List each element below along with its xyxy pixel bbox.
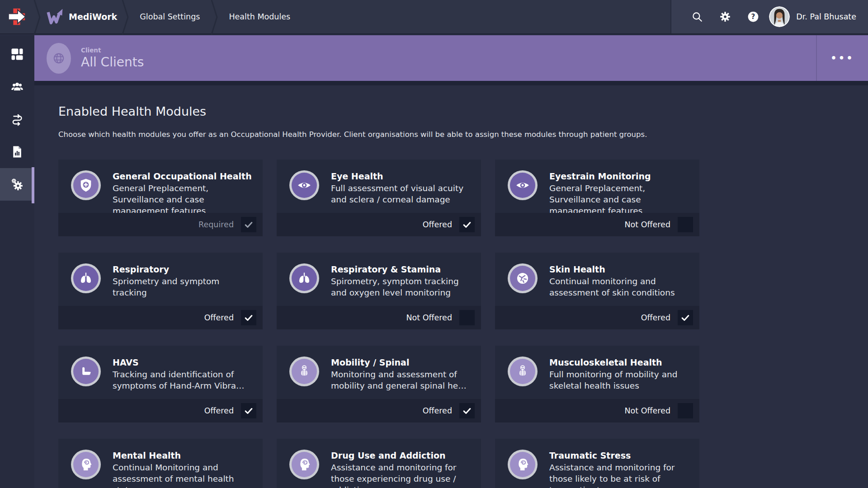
skin-icon bbox=[510, 266, 535, 291]
report-icon bbox=[10, 145, 24, 159]
globe-icon bbox=[52, 52, 66, 65]
module-text: Drug Use and Addiction Assistance and mo… bbox=[331, 450, 472, 488]
module-text: Mental Health Continual Monitoring and a… bbox=[113, 450, 254, 488]
module-icon-ring bbox=[289, 263, 319, 293]
module-checkbox[interactable] bbox=[678, 310, 693, 325]
app-logo[interactable] bbox=[0, 0, 33, 33]
module-card-body: Mental Health Continual Monitoring and a… bbox=[58, 439, 263, 488]
module-status-label: Offered bbox=[641, 313, 670, 322]
module-status-label: Required bbox=[198, 220, 234, 229]
module-description: Continual Monitoring and assessment of m… bbox=[113, 462, 254, 488]
module-card-body: Mobility / Spinal Monitoring and assessm… bbox=[277, 346, 481, 399]
module-text: Eye Health Full assessment of visual acu… bbox=[331, 170, 472, 213]
module-title: Eyestrain Monitoring bbox=[549, 171, 690, 181]
module-card[interactable]: Eye Health Full assessment of visual acu… bbox=[277, 160, 481, 236]
module-title: Respiratory & Stamina bbox=[331, 264, 472, 274]
settings-cogs-icon bbox=[10, 178, 24, 191]
module-footer: Offered bbox=[58, 306, 263, 329]
module-card[interactable]: Respiratory Spriometry and symptom track… bbox=[58, 253, 263, 329]
module-title: Eye Health bbox=[331, 171, 472, 181]
module-icon-ring bbox=[289, 357, 319, 386]
head-brain-icon bbox=[73, 452, 99, 477]
breadcrumb-separator bbox=[211, 0, 218, 33]
sidebar-item-settings[interactable] bbox=[0, 168, 34, 201]
module-card-body: Drug Use and Addiction Assistance and mo… bbox=[277, 439, 481, 488]
module-title: Respiratory bbox=[113, 264, 254, 274]
breadcrumb-separator bbox=[122, 0, 129, 33]
user-avatar[interactable] bbox=[769, 6, 790, 27]
skeleton-icon bbox=[292, 359, 317, 384]
module-title: Traumatic Stress bbox=[549, 450, 690, 460]
module-text: HAVS Tracking and identification of symp… bbox=[113, 357, 254, 399]
module-card[interactable]: Mental Health Continual Monitoring and a… bbox=[58, 439, 263, 488]
module-description: Spirometry, symptom tracking and oxygen … bbox=[331, 276, 472, 298]
search-button[interactable] bbox=[683, 0, 711, 33]
module-card-body: Eye Health Full assessment of visual acu… bbox=[277, 160, 481, 213]
module-card[interactable]: Skin Health Continual monitoring and ass… bbox=[495, 253, 699, 329]
banner-more-button[interactable]: ••• bbox=[816, 35, 868, 81]
module-checkbox[interactable] bbox=[678, 217, 693, 232]
module-checkbox[interactable] bbox=[241, 310, 256, 325]
module-status-label: Offered bbox=[204, 406, 234, 415]
module-card[interactable]: Drug Use and Addiction Assistance and mo… bbox=[277, 439, 481, 488]
sidebar bbox=[0, 35, 34, 488]
module-card[interactable]: Mobility / Spinal Monitoring and assessm… bbox=[277, 346, 481, 422]
module-checkbox[interactable] bbox=[459, 310, 475, 325]
module-description: General Preplacement, Surveillance and c… bbox=[113, 183, 254, 216]
client-label: Client bbox=[81, 47, 144, 54]
module-status-label: Offered bbox=[423, 220, 452, 229]
module-description: Full monitoring of mobility and skeletal… bbox=[549, 369, 690, 391]
lungs-icon bbox=[292, 266, 317, 291]
module-icon-ring bbox=[508, 450, 538, 479]
skeleton-icon bbox=[510, 359, 535, 384]
settings-button[interactable] bbox=[711, 0, 739, 33]
module-icon-ring bbox=[289, 450, 319, 479]
module-text: Mobility / Spinal Monitoring and assessm… bbox=[331, 357, 472, 399]
brand[interactable]: MediWork bbox=[41, 0, 122, 33]
module-status-label: Not Offered bbox=[406, 313, 452, 322]
module-checkbox[interactable] bbox=[678, 403, 693, 418]
help-button[interactable]: ? bbox=[739, 0, 767, 33]
module-card[interactable]: Respiratory & Stamina Spirometry, sympto… bbox=[277, 253, 481, 329]
avatar-photo-icon bbox=[769, 6, 790, 27]
sidebar-item-workflow[interactable] bbox=[0, 103, 34, 136]
module-icon-ring bbox=[71, 450, 101, 479]
client-name: All Clients bbox=[81, 55, 144, 70]
sidebar-item-patients[interactable] bbox=[0, 70, 34, 103]
module-checkbox[interactable] bbox=[241, 217, 256, 232]
module-card[interactable]: HAVS Tracking and identification of symp… bbox=[58, 346, 263, 422]
banner-shadow bbox=[34, 81, 868, 85]
sidebar-item-reports[interactable] bbox=[0, 136, 34, 168]
module-card-body: Traumatic Stress Assistance and monitori… bbox=[495, 439, 699, 488]
module-footer: Offered bbox=[277, 399, 481, 422]
module-card-body: HAVS Tracking and identification of symp… bbox=[58, 346, 263, 399]
module-text: Traumatic Stress Assistance and monitori… bbox=[549, 450, 690, 488]
module-card[interactable]: Traumatic Stress Assistance and monitori… bbox=[495, 439, 699, 488]
sidebar-item-dashboard[interactable] bbox=[0, 38, 34, 70]
module-card-body: General Occupational Health General Prep… bbox=[58, 160, 263, 213]
module-checkbox[interactable] bbox=[459, 217, 475, 232]
module-checkbox[interactable] bbox=[459, 403, 475, 418]
module-description: Spriometry and symptom tracking bbox=[113, 276, 254, 298]
module-status-label: Offered bbox=[423, 406, 452, 415]
module-card-body: Respiratory Spriometry and symptom track… bbox=[58, 253, 263, 306]
main-content: Enabled Health Modules Choose which heal… bbox=[34, 85, 868, 488]
module-card[interactable]: Eyestrain Monitoring General Preplacemen… bbox=[495, 160, 699, 236]
module-status-label: Not Offered bbox=[624, 406, 670, 415]
cross-arrow-logo-icon bbox=[6, 6, 27, 27]
breadcrumb-health-modules[interactable]: Health Modules bbox=[218, 0, 301, 33]
module-description: General Preplacement, Surveillance and c… bbox=[549, 183, 690, 216]
search-icon bbox=[691, 11, 703, 23]
page-description: Choose which health modules you offer as… bbox=[58, 130, 850, 139]
module-card[interactable]: Musculoskeletal Health Full monitoring o… bbox=[495, 346, 699, 422]
client-info: Client All Clients bbox=[81, 47, 144, 70]
module-title: Mobility / Spinal bbox=[331, 357, 472, 367]
eye-icon bbox=[510, 173, 535, 198]
module-icon-ring bbox=[71, 357, 101, 386]
module-checkbox[interactable] bbox=[241, 403, 256, 418]
breadcrumb-global-settings[interactable]: Global Settings bbox=[129, 0, 211, 33]
user-name[interactable]: Dr. Pal Bhusate bbox=[796, 12, 856, 21]
eye-icon bbox=[292, 173, 317, 198]
module-card[interactable]: General Occupational Health General Prep… bbox=[58, 160, 263, 236]
module-icon-ring bbox=[508, 357, 538, 386]
